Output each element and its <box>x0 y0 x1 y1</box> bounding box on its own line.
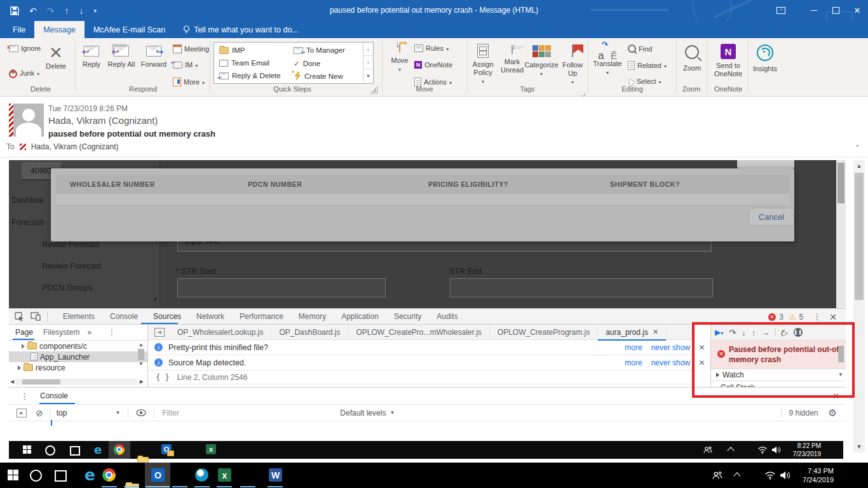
quickstep-reply-delete[interactable]: ↩Reply & Delete <box>219 72 281 79</box>
taskview-icon[interactable] <box>55 470 67 482</box>
tree-expand-icon[interactable] <box>22 344 25 349</box>
navigator-tab-page[interactable]: Page <box>15 328 33 337</box>
tree-item-components[interactable]: components/c <box>9 341 147 351</box>
braces-icon[interactable]: { } <box>156 373 170 382</box>
maximize-button[interactable] <box>825 2 846 20</box>
file-tab-createprogramwholesaler[interactable]: OPLOW_CreatePro...mWholesaler.js <box>348 325 489 340</box>
tree-item-app-launcher[interactable]: App_Launcher <box>9 351 147 362</box>
navigator-menu-icon[interactable]: ⋮ <box>108 328 116 337</box>
quickstep-done[interactable]: ✓Done <box>294 59 320 68</box>
find-button[interactable]: Find <box>628 44 652 53</box>
excel-icon[interactable]: x <box>218 468 231 482</box>
str-end-field[interactable] <box>450 278 713 297</box>
related-button[interactable]: Related <box>628 61 667 70</box>
devtools-menu-icon[interactable]: ⋮ <box>813 312 821 322</box>
chrome-icon[interactable] <box>102 468 116 482</box>
page-scrollbar-thumb[interactable] <box>837 163 844 203</box>
cancel-button[interactable]: Cancel <box>749 208 794 226</box>
sidebar-item-revise-forecast[interactable]: Revise Forecast <box>42 240 99 249</box>
infobar-more-link[interactable]: more <box>625 358 642 367</box>
follow-up-button[interactable]: Follow Up <box>559 43 586 86</box>
email-scrollbar[interactable]: ▲ ▼ <box>853 160 865 452</box>
minimize-button[interactable] <box>803 2 825 20</box>
scroll-down-icon[interactable]: ▼ <box>853 444 865 449</box>
infobar-more-link[interactable]: more <box>625 343 642 352</box>
onenote-small-button[interactable]: N OneNote <box>414 61 452 69</box>
clear-console-icon[interactable]: ⊘ <box>36 408 43 418</box>
devtools-tab-elements[interactable]: Elements <box>55 312 102 321</box>
tree-vscrollbar[interactable]: ▲ ▼ <box>137 342 145 377</box>
gallery-scroll-down[interactable]: ▼ <box>363 56 373 69</box>
sender-avatar[interactable] <box>13 104 44 137</box>
tab-mcafee[interactable]: McAfee E-mail Scan <box>85 21 174 38</box>
navigator-tab-filesystem[interactable]: Filesystem <box>43 328 79 337</box>
translate-button[interactable]: aӖ↷ Translate <box>591 43 624 77</box>
eye-icon[interactable] <box>136 409 146 416</box>
insights-button[interactable]: Insights <box>750 43 780 73</box>
str-start-field[interactable] <box>177 278 386 297</box>
devtools-tab-application[interactable]: Application <box>334 312 386 321</box>
outlook-icon[interactable]: O <box>151 468 165 482</box>
devtools-tab-console[interactable]: Console <box>102 312 146 321</box>
rules-button[interactable]: Rules <box>414 44 449 52</box>
zoom-button[interactable]: Zoom <box>679 43 705 72</box>
sidebar-item-pdcn-groups[interactable]: PDCN Groups <box>42 283 93 292</box>
close-button[interactable]: ✕ <box>846 2 868 20</box>
console-levels-dropdown[interactable]: Default levels ▼ <box>340 409 395 417</box>
speaker-icon[interactable] <box>780 471 790 480</box>
mark-unread-button[interactable]: ↓ Mark Unread <box>498 43 526 74</box>
start-button[interactable] <box>8 470 18 480</box>
more-button[interactable]: More <box>173 78 205 86</box>
collapse-header-icon[interactable]: ⌃ <box>855 144 860 152</box>
devtools-close-icon[interactable]: ✕ <box>829 312 837 322</box>
devtools-tab-performance[interactable]: Performance <box>232 312 291 321</box>
file-tab-aura-prod[interactable]: aura_prod.js ✕ <box>598 325 667 340</box>
word-icon[interactable]: W <box>269 468 282 482</box>
quick-steps-dialog-launcher[interactable] <box>370 86 377 93</box>
navigator-overflow-icon[interactable]: » <box>87 328 92 337</box>
sidebar-item-forecasting[interactable]: Forecasti <box>11 218 44 227</box>
tray-chevron-icon[interactable] <box>733 472 740 479</box>
page-scrollbar[interactable] <box>836 160 846 308</box>
close-file-tab-icon[interactable]: ✕ <box>653 328 658 336</box>
tree-item-resource[interactable]: resource <box>9 362 147 373</box>
edge-icon[interactable]: e <box>85 466 95 484</box>
quickstep-to-manager[interactable]: ↪To Manager <box>294 46 345 54</box>
email-recipient[interactable]: Hada, Vikram (Cognizant) <box>31 142 119 151</box>
quickstep-create-new[interactable]: * Create New <box>294 72 343 80</box>
tab-message[interactable]: Message <box>34 21 85 38</box>
devtools-tab-sources[interactable]: Sources <box>146 312 189 321</box>
email-sender[interactable]: Hada, Vikram (Cognizant) <box>48 115 158 126</box>
reply-all-button[interactable]: ↩ Reply All <box>107 43 136 69</box>
inspect-element-icon[interactable] <box>15 312 24 322</box>
console-context-selector[interactable]: top ▼ <box>57 409 121 417</box>
email-scrollbar-thumb[interactable] <box>855 173 864 300</box>
drawer-tab-console[interactable]: Console <box>40 391 68 400</box>
tablist-icon[interactable]: ◀ <box>154 328 165 337</box>
console-settings-icon[interactable]: ⚙ <box>829 407 837 419</box>
tree-hscrollbar[interactable]: ◀ ▶ <box>10 378 144 386</box>
sidebar-scroll-down-icon[interactable]: ▾ <box>154 296 157 302</box>
tray-clock[interactable]: 7:43 PM 7/24/2019 <box>794 466 834 484</box>
ignore-button[interactable]: ✕ Ignore <box>9 44 41 52</box>
error-count-icon[interactable]: ✕ <box>768 313 776 321</box>
move-button[interactable]: ↓ Move <box>385 43 414 74</box>
junk-button[interactable]: Junk <box>9 69 39 77</box>
gallery-more[interactable]: ▼ <box>363 69 373 82</box>
tree-expand-icon[interactable] <box>18 365 21 370</box>
devtools-tab-security[interactable]: Security <box>386 312 429 321</box>
drawer-menu-icon[interactable]: ⋮ <box>20 391 29 401</box>
console-sidebar-icon[interactable]: ▶ <box>17 409 27 417</box>
skype-business-icon[interactable] <box>195 468 208 482</box>
devtools-tab-memory[interactable]: Memory <box>291 312 334 321</box>
people-icon[interactable] <box>712 471 723 480</box>
infobar-never-show-link[interactable]: never show <box>651 343 690 352</box>
reply-button[interactable]: ↩ Reply <box>78 43 105 69</box>
warning-count-icon[interactable]: ⚠ <box>789 313 796 322</box>
im-button[interactable]: ↩ IM <box>173 61 198 69</box>
categorize-button[interactable]: Categorize <box>525 43 558 78</box>
ribbon-display-options-icon[interactable]: ⌃ <box>770 2 792 20</box>
forward-button[interactable]: ↪ Forward <box>137 43 170 69</box>
wifi-icon[interactable] <box>764 471 776 480</box>
tab-file[interactable]: File <box>4 21 34 38</box>
